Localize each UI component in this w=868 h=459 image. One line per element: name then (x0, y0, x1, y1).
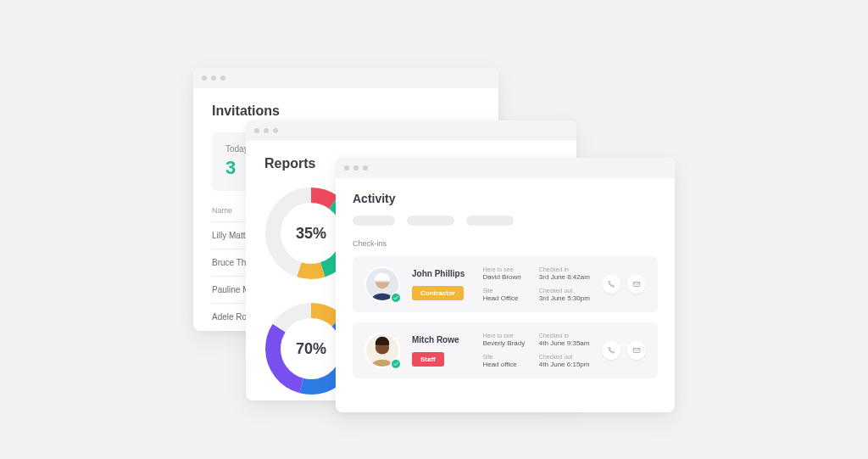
checked-in-value: 4th June 9:35am (539, 339, 590, 347)
tab-placeholder[interactable] (466, 216, 514, 226)
window-titlebar (246, 120, 576, 141)
site-value: Head Office (482, 294, 526, 302)
svg-rect-10 (373, 280, 392, 282)
window-dot-icon (273, 128, 278, 133)
window-dot-icon (211, 76, 216, 81)
here-to-see-value: David Brown (482, 273, 526, 281)
person-name: John Phillips (412, 269, 470, 278)
window-dot-icon (363, 165, 368, 171)
checkins-label: Check-ins (353, 239, 658, 248)
verified-badge-icon (390, 292, 402, 304)
activity-window: Activity Check-ins John Phillips Contrac… (336, 158, 675, 412)
checked-out-label: Checked out (539, 288, 590, 294)
filter-tabs (353, 216, 658, 226)
phone-icon[interactable] (602, 275, 620, 294)
checked-in-label: Checked in (539, 333, 590, 339)
envelope-icon[interactable] (627, 341, 646, 360)
window-titlebar (336, 158, 675, 178)
svg-rect-11 (633, 283, 640, 287)
window-dot-icon (344, 165, 349, 171)
site-label: Site (482, 354, 526, 360)
here-to-see-label: Here to see (482, 266, 526, 272)
checked-in-value: 3rd June 8:42am (539, 273, 590, 281)
here-to-see-value: Beverly Brady (482, 339, 526, 347)
role-badge: Staff (412, 352, 444, 367)
checked-out-label: Checked out (539, 354, 590, 360)
activity-title: Activity (353, 192, 658, 205)
verified-badge-icon (390, 358, 402, 370)
role-badge: Contractor (412, 286, 464, 300)
avatar (364, 266, 400, 302)
window-dot-icon (220, 76, 225, 81)
tab-placeholder[interactable] (407, 216, 454, 226)
window-dot-icon (264, 128, 269, 133)
avatar (364, 333, 400, 368)
window-titlebar (193, 68, 498, 88)
window-dot-icon (254, 128, 259, 133)
checked-out-value: 3rd June 5:30pm (539, 294, 590, 302)
here-to-see-label: Here to see (482, 333, 526, 339)
window-dot-icon (353, 165, 359, 171)
invitations-title: Invitations (212, 104, 480, 119)
phone-icon[interactable] (602, 341, 620, 360)
svg-rect-14 (633, 349, 640, 353)
site-value: Head office (482, 361, 526, 368)
window-dot-icon (202, 76, 207, 81)
tab-placeholder[interactable] (353, 216, 395, 226)
person-name: Mitch Rowe (412, 335, 470, 344)
envelope-icon[interactable] (627, 275, 646, 294)
checked-out-value: 4th June 6:15pm (539, 361, 590, 368)
site-label: Site (482, 288, 526, 294)
checkin-card: Mitch Rowe Staff Here to seeBeverly Brad… (353, 322, 658, 378)
checkin-card: John Phillips Contractor Here to seeDavi… (353, 256, 658, 312)
checked-in-label: Checked in (539, 266, 590, 272)
